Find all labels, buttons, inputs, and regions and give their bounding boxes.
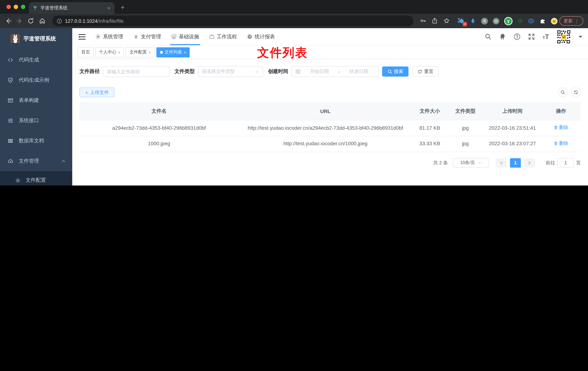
cell-url: http://test.yudao.iocoder.cn/1000.jpeg [239, 136, 412, 152]
browser-tab[interactable]: 芋道管理系统 × [29, 2, 115, 14]
page-number-1[interactable]: 1 [510, 158, 521, 168]
extension-eye-icon[interactable] [528, 18, 535, 24]
font-size-icon[interactable]: TT [543, 33, 549, 40]
chrome-update-button[interactable]: 更新 ⋮ [559, 16, 583, 26]
tag-home[interactable]: 首页 [78, 47, 94, 57]
help-icon[interactable] [514, 33, 521, 40]
start-date-placeholder[interactable]: 开始日期 [304, 68, 335, 75]
sidebar-item-code-gen-demo[interactable]: 代码生成示例 [0, 70, 72, 90]
new-tab-button[interactable]: + [121, 2, 125, 13]
sidebar-item-system-api[interactable]: 系统接口 [0, 111, 72, 131]
minimize-window-button[interactable] [14, 5, 18, 9]
tag-file-list[interactable]: 文件列表× [156, 47, 190, 57]
delete-button[interactable]: 删除 [554, 124, 568, 131]
sidebar-item-file-config[interactable]: 文件配置 [0, 171, 72, 186]
search-button-label: 搜索 [394, 68, 403, 75]
bookmark-star-icon[interactable] [443, 18, 450, 24]
url-host: 127.0.0.1:1024 [65, 18, 97, 24]
nav-item-reports[interactable]: 统计报表 [247, 28, 275, 45]
chevron-up-icon [61, 159, 66, 163]
sidebar-item-code-gen[interactable]: 代码生成 [0, 50, 72, 70]
update-label: 更新 [564, 18, 573, 24]
nav-item-label: 支付管理 [141, 33, 161, 40]
form-table-icon [8, 97, 13, 103]
sidebar-item-file-mgmt[interactable]: 文件管理 [0, 151, 72, 171]
extension-command-icon[interactable]: ⌘ [481, 18, 488, 24]
extension-badge: 11 [462, 22, 467, 26]
search-button[interactable]: 搜索 [382, 66, 409, 77]
tab-close-icon[interactable]: × [107, 5, 111, 11]
prev-page-button[interactable] [496, 158, 507, 168]
date-range-picker[interactable]: 开始日期 - 结束日期 [292, 66, 378, 77]
search-icon [561, 90, 565, 95]
delete-button[interactable]: 删除 [554, 140, 568, 147]
hamburger-fold-icon[interactable] [78, 33, 86, 40]
shield-check-icon [8, 77, 13, 83]
top-nav: 系统管理 ¥ 支付管理 基础设施 工作流程 [95, 28, 275, 45]
tag-file-config[interactable]: 文件配置× [126, 47, 155, 57]
tag-close-icon[interactable]: × [149, 50, 151, 54]
goto-label: 前往 [546, 159, 555, 166]
gear-icon [95, 34, 101, 39]
upload-file-button[interactable]: + 上传文件 [79, 87, 115, 97]
extension-emoji-icon[interactable] [551, 18, 558, 24]
tag-close-icon[interactable]: × [184, 50, 186, 54]
search-icon[interactable] [485, 33, 492, 40]
col-header-filename: 文件名 [79, 102, 239, 120]
sidebar-item-label: 文件管理 [19, 158, 61, 164]
zoom-window-button[interactable] [21, 5, 25, 9]
page-unit-label: 页 [576, 159, 581, 166]
nav-item-payment-mgmt[interactable]: ¥ 支付管理 [133, 28, 161, 45]
fullscreen-icon[interactable] [528, 33, 535, 40]
goto-page-input[interactable] [557, 158, 574, 168]
avatar[interactable] [556, 30, 571, 44]
header-actions: TT [485, 28, 582, 45]
cell-time: 2022-03-16 23:51:41 [483, 120, 541, 136]
nav-item-workflow[interactable]: 工作流程 [209, 28, 237, 45]
sidebar-item-form-builder[interactable]: 表单构建 [0, 90, 72, 111]
extension-metamask-icon[interactable]: 11 [458, 18, 465, 24]
browser-menu-icon[interactable]: ⋮ [575, 18, 579, 24]
upload-button-label: 上传文件 [90, 89, 109, 95]
tag-close-icon[interactable]: × [118, 50, 120, 54]
sidebar-item-label: 系统接口 [19, 117, 66, 124]
reload-icon[interactable] [27, 18, 34, 24]
page-content: 文件路径 文件类型 请选择文件类型 创建时间 开始日期 - 结束日期 [72, 66, 588, 168]
file-type-select[interactable]: 请选择文件类型 [198, 66, 263, 77]
share-icon[interactable] [432, 18, 438, 24]
nav-item-infrastructure[interactable]: 基础设施 [171, 28, 199, 45]
site-info-icon[interactable] [57, 18, 62, 24]
forward-icon[interactable] [16, 18, 23, 24]
briefcase-icon [209, 34, 215, 39]
extension-star-icon[interactable]: ☆ [517, 18, 523, 24]
tag-label: 文件列表 [165, 49, 182, 55]
table-row: 1000.jpeg http://test.yudao.iocoder.cn/1… [79, 136, 581, 152]
table-toolbar: + 上传文件 [79, 87, 581, 97]
tag-profile[interactable]: 个人中心× [95, 47, 124, 57]
github-icon[interactable] [499, 33, 506, 40]
show-search-toggle-button[interactable] [558, 87, 568, 97]
calendar-icon [295, 69, 301, 74]
extension-puzzle-icon[interactable] [539, 18, 546, 24]
extension-y-icon[interactable]: y [504, 17, 513, 25]
close-window-button[interactable] [7, 5, 11, 9]
password-key-icon[interactable] [420, 18, 426, 24]
next-page-button[interactable] [524, 158, 535, 168]
file-path-input[interactable] [103, 66, 169, 77]
refresh-table-button[interactable] [571, 87, 581, 97]
page-size-select[interactable]: 10条/页 [453, 158, 489, 168]
end-date-placeholder[interactable]: 结束日期 [343, 68, 375, 75]
favicon-plant-icon [32, 5, 38, 11]
pagination: 共 2 条 10条/页 1 前往 页 [79, 158, 581, 168]
reset-button[interactable]: 重置 [412, 66, 439, 77]
extension-pin-icon[interactable] [470, 18, 476, 24]
nav-item-system-mgmt[interactable]: 系统管理 [95, 28, 123, 45]
home-icon[interactable] [39, 18, 45, 24]
sidebar-item-db-doc[interactable]: 数据库文档 [0, 131, 72, 151]
extension-recorder-icon[interactable] [493, 18, 500, 24]
filter-form: 文件路径 文件类型 请选择文件类型 创建时间 开始日期 - 结束日期 [79, 66, 581, 77]
url-bar[interactable]: 127.0.0.1:1024/infra/file/file [52, 16, 414, 26]
back-icon[interactable] [5, 18, 11, 24]
app-logo-row[interactable]: 芋道管理系统 [0, 28, 72, 46]
avatar-caret-icon[interactable] [579, 36, 582, 38]
